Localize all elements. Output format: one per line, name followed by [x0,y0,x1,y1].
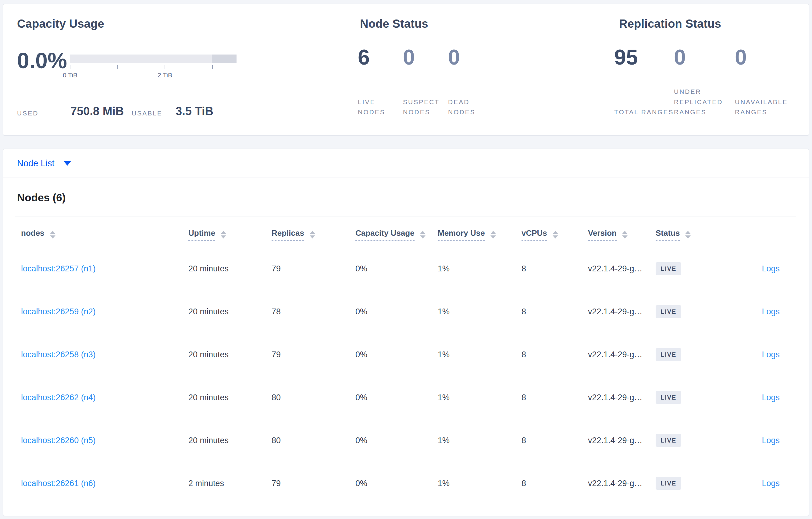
stat-label: TOTAL RANGES [614,107,674,117]
logs-link[interactable]: Logs [762,350,780,359]
stat-label: SUSPECT NODES [403,97,448,117]
column-header[interactable]: nodes [17,228,184,241]
column-header[interactable]: Capacity Usage [351,228,434,241]
capacity-usage-cell: 0% [351,393,434,402]
stat-column: 0 UNAVAILABLE RANGES [735,47,802,117]
status-badge: LIVE [656,348,681,361]
capacity-usage-cell: 0% [351,350,434,359]
usable-label: USABLE [132,110,163,117]
cluster-overview-page: Capacity Usage 0.0% 0 TiB2 TiB USED 750.… [0,0,812,519]
sort-down-icon [50,236,56,239]
axis-tick [70,65,70,69]
status-badge: LIVE [656,477,681,490]
sort-down-icon [420,236,426,239]
node-link[interactable]: localhost:26259 (n2) [21,307,96,316]
sort-down-icon [310,236,315,239]
column-header[interactable]: Version [584,228,652,241]
node-link[interactable]: localhost:26258 (n3) [21,350,96,359]
logs-link[interactable]: Logs [762,393,780,402]
sort-icon [420,231,426,239]
sort-down-icon [221,236,226,239]
sort-icon [490,231,496,239]
node-link[interactable]: localhost:26257 (n1) [21,264,96,273]
table-row: localhost:26257 (n1) 20 minutes 79 0% 1%… [17,247,795,290]
uptime-cell: 20 minutes [184,393,268,402]
view-selector-bar: Node List [3,149,809,178]
table-header-row: nodes Uptime Replicas Capacity Usage Mem… [17,222,795,247]
replicas-cell: 79 [268,350,351,359]
stat-column: 0 DEAD NODES [448,47,497,117]
uptime-cell: 2 minutes [184,479,268,488]
column-header[interactable]: Memory Use [434,228,518,241]
cluster-summary-card: Capacity Usage 0.0% 0 TiB2 TiB USED 750.… [3,4,809,135]
table-row: localhost:26260 (n5) 20 minutes 80 0% 1%… [17,419,795,462]
version-cell: v22.1.4-29-g… [584,436,652,445]
column-header[interactable] [713,233,795,236]
axis-tick [212,65,213,69]
vcpus-cell: 8 [518,264,584,274]
replicas-cell: 79 [268,264,351,274]
stat-column: 95 TOTAL RANGES [614,47,674,117]
uptime-cell: 20 minutes [184,264,268,274]
sort-up-icon [420,231,426,234]
sort-up-icon [221,231,226,234]
column-header[interactable]: Uptime [184,228,268,241]
table-row: localhost:26259 (n2) 20 minutes 78 0% 1%… [17,290,795,333]
memory-use-cell: 1% [434,393,518,402]
node-link[interactable]: localhost:26260 (n5) [21,436,96,445]
stat-column: 0 SUSPECT NODES [403,47,448,117]
replication-status-stats: 95 TOTAL RANGES 0 UNDER-REPLICATED RANGE… [614,47,802,117]
column-header[interactable]: vCPUs [518,228,584,241]
column-header-label: Replicas [271,228,304,241]
stat-column: 6 LIVE NODES [358,47,403,117]
sort-up-icon [310,231,315,234]
stat-label: LIVE NODES [358,97,403,117]
sort-down-icon [553,236,558,239]
vcpus-cell: 8 [518,479,584,488]
axis-tick-label: 0 TiB [63,71,78,79]
uptime-cell: 20 minutes [184,350,268,359]
sort-icon [622,231,628,239]
table-row: localhost:26262 (n4) 20 minutes 80 0% 1%… [17,376,795,419]
node-status-title: Node Status [360,18,428,30]
logs-link[interactable]: Logs [762,479,780,488]
uptime-cell: 20 minutes [184,436,268,445]
status-badge: LIVE [656,434,681,447]
sort-icon [553,231,558,239]
column-header-label: Status [656,228,680,241]
status-badge: LIVE [656,305,681,318]
column-header[interactable]: Status [652,228,713,241]
sort-up-icon [622,231,628,234]
version-cell: v22.1.4-29-g… [584,393,652,402]
memory-use-cell: 1% [434,479,518,488]
memory-use-cell: 1% [434,350,518,359]
replicas-cell: 79 [268,479,351,488]
logs-link[interactable]: Logs [762,436,780,445]
stat-value: 0 [403,47,448,68]
version-cell: v22.1.4-29-g… [584,307,652,316]
stat-label: UNAVAILABLE RANGES [735,97,802,117]
node-list-card: Node List Nodes (6) nodes Uptime Replica… [3,149,809,516]
view-selector-dropdown[interactable]: Node List [17,158,71,169]
version-cell: v22.1.4-29-g… [584,264,652,274]
memory-use-cell: 1% [434,264,518,274]
stat-value: 0 [448,47,497,68]
column-header-label: Version [588,228,617,241]
axis-tick-label: 2 TiB [157,71,172,79]
logs-link[interactable]: Logs [762,307,780,316]
replicas-cell: 80 [268,393,351,402]
view-selector-label: Node List [17,158,55,169]
version-cell: v22.1.4-29-g… [584,479,652,488]
column-header[interactable]: Replicas [268,228,351,241]
column-header-label: nodes [21,228,45,241]
table-row: localhost:26258 (n3) 20 minutes 79 0% 1%… [17,333,795,376]
replication-status-title: Replication Status [619,18,721,30]
usable-value: 3.5 TiB [176,105,213,118]
node-link[interactable]: localhost:26261 (n6) [21,479,96,488]
logs-link[interactable]: Logs [762,264,780,273]
node-link[interactable]: localhost:26262 (n4) [21,393,96,402]
stat-label: UNDER-REPLICATED RANGES [674,87,735,117]
stat-value: 0 [674,47,735,68]
stat-value: 0 [735,47,802,68]
replicas-cell: 80 [268,436,351,445]
